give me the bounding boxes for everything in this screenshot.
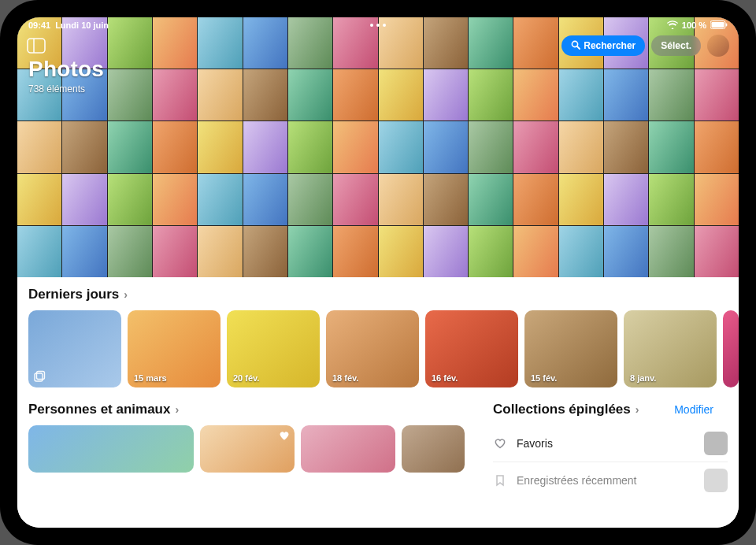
day-card[interactable] <box>28 310 121 387</box>
photo-thumb[interactable] <box>469 121 513 172</box>
recent-days-header[interactable]: Derniers jours › <box>28 287 739 302</box>
photo-thumb[interactable] <box>288 174 332 225</box>
photo-thumb[interactable] <box>379 174 423 225</box>
photo-thumb[interactable] <box>243 69 287 120</box>
top-toolbar: Rechercher Sélect. <box>561 35 729 57</box>
day-card[interactable]: 16 fév. <box>425 310 518 387</box>
status-time: 09:41 <box>28 20 50 30</box>
photo-thumb[interactable] <box>288 226 332 277</box>
photo-thumb[interactable] <box>198 174 242 225</box>
photo-thumb[interactable] <box>649 69 693 120</box>
photo-thumb[interactable] <box>695 121 739 172</box>
photo-thumb[interactable] <box>153 69 197 120</box>
photo-thumb[interactable] <box>243 174 287 225</box>
pinned-label: Favoris <box>517 437 695 450</box>
svg-line-6 <box>577 46 580 49</box>
photo-thumb[interactable] <box>559 69 603 120</box>
pinned-row-recent-saves[interactable]: Enregistrées récemment <box>493 462 728 499</box>
photo-thumb[interactable] <box>424 226 468 277</box>
photo-thumb[interactable] <box>379 226 423 277</box>
photo-thumb[interactable] <box>649 174 693 225</box>
photo-thumb[interactable] <box>559 174 603 225</box>
sidebar-toggle-icon[interactable] <box>27 38 46 54</box>
photo-thumb[interactable] <box>243 226 287 277</box>
recent-days-strip[interactable]: 15 mars 20 fév. 18 fév. 16 fév. 15 fév. … <box>28 310 739 387</box>
photo-thumb[interactable] <box>469 226 513 277</box>
search-button[interactable]: Rechercher <box>561 35 645 56</box>
bookmark-icon <box>493 474 507 487</box>
day-card[interactable]: 18 fév. <box>326 310 419 387</box>
photo-thumb[interactable] <box>108 174 152 225</box>
multitask-dots[interactable] <box>370 24 386 27</box>
photo-thumb[interactable] <box>198 226 242 277</box>
photo-thumb[interactable] <box>198 69 242 120</box>
photo-thumb[interactable] <box>333 69 377 120</box>
pinned-row-favorites[interactable]: Favoris <box>493 425 728 462</box>
photo-thumb[interactable] <box>424 121 468 172</box>
photo-thumb[interactable] <box>513 226 558 277</box>
people-card[interactable] <box>200 425 295 473</box>
photo-thumb[interactable] <box>559 121 603 172</box>
photo-thumb[interactable] <box>604 226 648 277</box>
photo-thumb[interactable] <box>17 226 61 277</box>
people-strip[interactable] <box>28 425 469 473</box>
day-card[interactable]: 8 janv. <box>624 310 717 387</box>
day-card[interactable] <box>723 310 739 387</box>
photo-thumb[interactable] <box>333 174 377 225</box>
photo-thumb[interactable] <box>333 121 377 172</box>
photo-thumb[interactable] <box>379 121 423 172</box>
photo-thumb[interactable] <box>153 121 197 172</box>
photo-thumb[interactable] <box>198 121 242 172</box>
page-title: Photos <box>28 57 104 82</box>
select-label: Sélect. <box>661 40 691 51</box>
photo-thumb[interactable] <box>649 226 693 277</box>
heart-icon <box>279 430 290 441</box>
day-card[interactable]: 15 fév. <box>524 310 617 387</box>
photo-thumb[interactable] <box>513 69 558 120</box>
day-label: 8 janv. <box>630 373 656 383</box>
photo-thumb[interactable] <box>108 121 152 172</box>
svg-rect-2 <box>726 23 728 26</box>
people-header[interactable]: Personnes et animaux › <box>28 402 469 417</box>
photo-thumb[interactable] <box>469 174 513 225</box>
photo-thumb[interactable] <box>649 121 693 172</box>
photo-thumb[interactable] <box>513 174 558 225</box>
photo-thumb[interactable] <box>62 121 106 172</box>
people-card[interactable] <box>402 425 465 473</box>
photo-thumb[interactable] <box>604 174 648 225</box>
photo-thumb[interactable] <box>513 121 558 172</box>
photo-thumb[interactable] <box>153 174 197 225</box>
photo-thumb[interactable] <box>695 69 739 120</box>
people-card[interactable] <box>301 425 395 473</box>
photo-thumb[interactable] <box>695 174 739 225</box>
photo-thumb[interactable] <box>17 121 61 172</box>
pinned-title: Collections épinglées <box>493 402 631 417</box>
photo-thumb[interactable] <box>62 226 106 277</box>
pinned-thumb <box>704 432 728 455</box>
photo-thumb[interactable] <box>153 226 197 277</box>
day-label: 18 fév. <box>332 373 358 383</box>
photo-thumb[interactable] <box>288 121 332 172</box>
day-card[interactable]: 15 mars <box>128 310 220 387</box>
photo-thumb[interactable] <box>62 174 106 225</box>
photo-thumb[interactable] <box>559 226 603 277</box>
photo-thumb[interactable] <box>108 226 152 277</box>
pinned-header[interactable]: Collections épinglées › Modifier <box>493 402 728 417</box>
photo-thumb[interactable] <box>243 121 287 172</box>
photo-thumb[interactable] <box>17 174 61 225</box>
photo-thumb[interactable] <box>379 69 423 120</box>
photo-thumb[interactable] <box>469 69 513 120</box>
photo-thumb[interactable] <box>604 69 648 120</box>
photo-thumb[interactable] <box>424 69 468 120</box>
people-card[interactable] <box>28 425 194 473</box>
photo-thumb[interactable] <box>288 69 332 120</box>
photo-thumb[interactable] <box>424 174 468 225</box>
photo-thumb[interactable] <box>108 69 152 120</box>
edit-button[interactable]: Modifier <box>674 403 713 416</box>
photo-thumb[interactable] <box>604 121 648 172</box>
photo-thumb[interactable] <box>695 226 739 277</box>
photo-thumb[interactable] <box>333 226 377 277</box>
profile-avatar[interactable] <box>707 35 729 57</box>
select-button[interactable]: Sélect. <box>651 35 701 56</box>
day-card[interactable]: 20 fév. <box>227 310 320 387</box>
